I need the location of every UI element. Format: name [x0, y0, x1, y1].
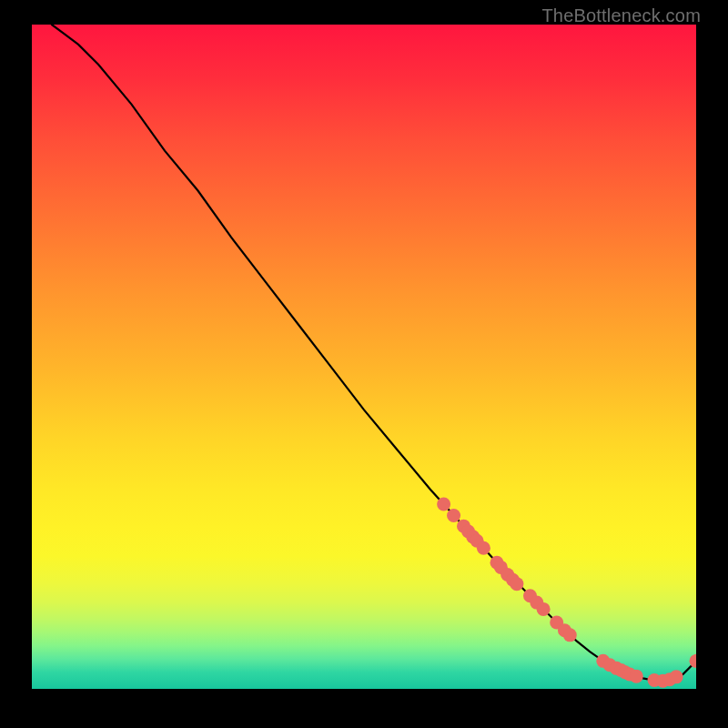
data-marker — [477, 541, 490, 555]
data-marker — [630, 670, 643, 683]
data-marker — [510, 577, 523, 591]
plot-svg — [32, 25, 696, 689]
plot-area — [32, 25, 696, 689]
data-marker — [437, 498, 450, 511]
data-marker — [447, 509, 460, 522]
chart-canvas: TheBottleneck.com — [0, 0, 728, 728]
data-marker — [563, 628, 577, 642]
data-marker — [670, 670, 683, 683]
data-marker — [537, 602, 551, 616]
data-markers — [437, 498, 696, 688]
bottleneck-curve — [52, 25, 696, 681]
watermark-text: TheBottleneck.com — [541, 5, 701, 26]
